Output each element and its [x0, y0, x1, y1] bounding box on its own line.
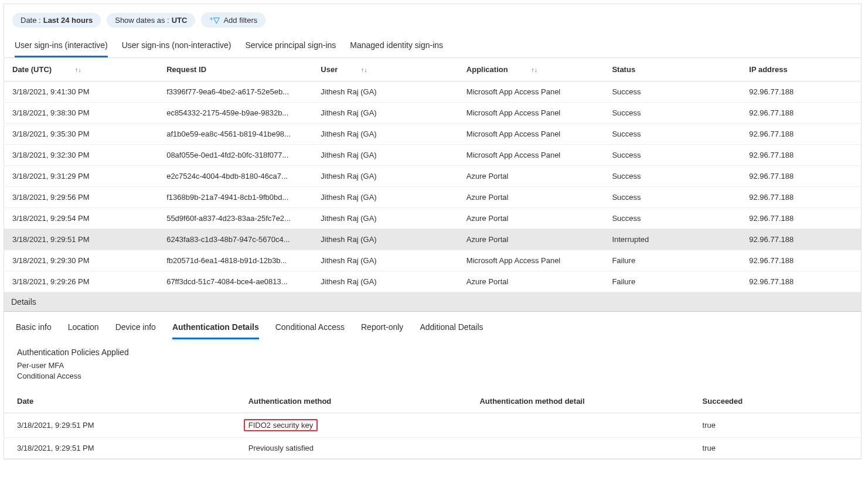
auth-col-method: Authentication method — [236, 390, 467, 413]
details-header: Details — [4, 292, 861, 312]
cell-date: 3/18/2021, 9:29:54 PM — [4, 208, 158, 229]
cell-req: ec854332-2175-459e-b9ae-9832b... — [158, 103, 312, 124]
add-filters-pill[interactable]: ⁺▽ Add filters — [201, 12, 265, 28]
cell-date: 3/18/2021, 9:29:51 PM — [4, 229, 158, 250]
cell-app: Microsoft App Access Panel — [458, 250, 604, 271]
add-filters-label: Add filters — [223, 16, 257, 25]
auth-row[interactable]: 3/18/2021, 9:29:51 PMPreviously satisfie… — [4, 438, 861, 459]
filter-showas-pill[interactable]: Show dates as : UTC — [107, 13, 195, 28]
cell-req: fb20571d-6ea1-4818-b91d-12b3b... — [158, 250, 312, 271]
details-tab-conditional-access[interactable]: Conditional Access — [275, 322, 345, 339]
table-row[interactable]: 3/18/2021, 9:41:30 PMf3396f77-9ea6-4be2-… — [4, 81, 861, 103]
cell-status: Success — [604, 124, 741, 145]
cell-req: e2c7524c-4004-4bdb-8180-46ca7... — [158, 166, 312, 187]
details-tabs: Basic infoLocationDevice infoAuthenticat… — [4, 312, 861, 339]
auth-row[interactable]: 3/18/2021, 9:29:51 PMFIDO2 security keyt… — [4, 413, 861, 438]
cell-req: 67ff3dcd-51c7-4084-bce4-ae0813... — [158, 271, 312, 292]
cell-user: Jithesh Raj (GA) — [312, 124, 458, 145]
highlight-box: FIDO2 security key — [244, 419, 318, 431]
filter-bar: Date : Last 24 hours Show dates as : UTC… — [4, 4, 861, 33]
auth-cell-method: Previously satisfied — [236, 438, 467, 459]
auth-cell-date: 3/18/2021, 9:29:51 PM — [4, 438, 236, 459]
auth-col-detail: Authentication method detail — [466, 390, 689, 413]
table-row[interactable]: 3/18/2021, 9:29:51 PM6243fa83-c1d3-48b7-… — [4, 229, 861, 250]
col-user[interactable]: User ↑↓ — [312, 58, 458, 81]
policies-block: Authentication Policies Applied Per-user… — [4, 339, 861, 384]
cell-ip: 92.96.77.188 — [741, 208, 861, 229]
cell-ip: 92.96.77.188 — [741, 81, 861, 103]
cell-date: 3/18/2021, 9:31:29 PM — [4, 166, 158, 187]
details-tab-device-info[interactable]: Device info — [115, 322, 156, 339]
tab-user-sign-ins-interactive-[interactable]: User sign-ins (interactive) — [15, 37, 108, 57]
cell-req: 55d9f60f-a837-4d23-83aa-25fc7e2... — [158, 208, 312, 229]
cell-ip: 92.96.77.188 — [741, 166, 861, 187]
col-ip[interactable]: IP address — [741, 58, 861, 81]
cell-status: Success — [604, 166, 741, 187]
filter-date-pill[interactable]: Date : Last 24 hours — [12, 13, 101, 28]
details-tab-report-only[interactable]: Report-only — [361, 322, 403, 339]
cell-req: f1368b9b-21a7-4941-8cb1-9fb0bd... — [158, 187, 312, 208]
cell-req: f3396f77-9ea6-4be2-a617-52e5eb... — [158, 81, 312, 103]
cell-app: Microsoft App Access Panel — [458, 145, 604, 166]
cell-date: 3/18/2021, 9:41:30 PM — [4, 81, 158, 103]
cell-ip: 92.96.77.188 — [741, 187, 861, 208]
cell-status: Success — [604, 208, 741, 229]
col-application[interactable]: Application ↑↓ — [458, 58, 604, 81]
cell-date: 3/18/2021, 9:32:30 PM — [4, 145, 158, 166]
auth-details-table: Date Authentication method Authenticatio… — [4, 390, 861, 459]
details-tab-authentication-details[interactable]: Authentication Details — [172, 322, 259, 339]
cell-date: 3/18/2021, 9:29:26 PM — [4, 271, 158, 292]
col-request-id[interactable]: Request ID — [158, 58, 312, 81]
cell-date: 3/18/2021, 9:38:30 PM — [4, 103, 158, 124]
auth-cell-detail — [466, 413, 689, 438]
cell-ip: 92.96.77.188 — [741, 250, 861, 271]
sort-icon[interactable]: ↑↓ — [531, 66, 537, 73]
policies-title: Authentication Policies Applied — [17, 348, 848, 357]
cell-status: Failure — [604, 250, 741, 271]
filter-showas-label: Show dates as : — [115, 16, 169, 25]
policy-line: Per-user MFA — [17, 360, 848, 371]
sort-icon[interactable]: ↑↓ — [75, 66, 81, 73]
cell-app: Azure Portal — [458, 187, 604, 208]
cell-date: 3/18/2021, 9:29:56 PM — [4, 187, 158, 208]
cell-req: 6243fa83-c1d3-48b7-947c-5670c4... — [158, 229, 312, 250]
table-row[interactable]: 3/18/2021, 9:29:26 PM67ff3dcd-51c7-4084-… — [4, 271, 861, 292]
cell-user: Jithesh Raj (GA) — [312, 250, 458, 271]
cell-status: Interrupted — [604, 229, 741, 250]
table-row[interactable]: 3/18/2021, 9:32:30 PM08af055e-0ed1-4fd2-… — [4, 145, 861, 166]
cell-app: Microsoft App Access Panel — [458, 81, 604, 103]
table-row[interactable]: 3/18/2021, 9:29:30 PMfb20571d-6ea1-4818-… — [4, 250, 861, 271]
details-tab-basic-info[interactable]: Basic info — [16, 322, 52, 339]
cell-status: Failure — [604, 271, 741, 292]
col-status[interactable]: Status — [604, 58, 741, 81]
cell-user: Jithesh Raj (GA) — [312, 229, 458, 250]
cell-req: 08af055e-0ed1-4fd2-b0fc-318f077... — [158, 145, 312, 166]
cell-ip: 92.96.77.188 — [741, 229, 861, 250]
cell-user: Jithesh Raj (GA) — [312, 166, 458, 187]
details-tab-location[interactable]: Location — [68, 322, 99, 339]
cell-app: Azure Portal — [458, 229, 604, 250]
table-row[interactable]: 3/18/2021, 9:31:29 PMe2c7524c-4004-4bdb-… — [4, 166, 861, 187]
details-tab-additional-details[interactable]: Additional Details — [420, 322, 483, 339]
col-date[interactable]: Date (UTC) ↑↓ — [4, 58, 158, 81]
cell-req: af1b0e59-ea8c-4561-b819-41be98... — [158, 124, 312, 145]
tab-service-principal-sign-ins[interactable]: Service principal sign-ins — [245, 37, 336, 57]
auth-cell-detail — [466, 438, 689, 459]
cell-app: Azure Portal — [458, 166, 604, 187]
tab-managed-identity-sign-ins[interactable]: Managed identity sign-ins — [350, 37, 443, 57]
tab-user-sign-ins-non-interactive-[interactable]: User sign-ins (non-interactive) — [122, 37, 231, 57]
cell-status: Success — [604, 103, 741, 124]
main-tabs: User sign-ins (interactive)User sign-ins… — [4, 33, 861, 58]
auth-cell-method: FIDO2 security key — [236, 413, 467, 438]
sort-icon[interactable]: ↑↓ — [361, 66, 367, 73]
table-row[interactable]: 3/18/2021, 9:29:54 PM55d9f60f-a837-4d23-… — [4, 208, 861, 229]
table-row[interactable]: 3/18/2021, 9:38:30 PMec854332-2175-459e-… — [4, 103, 861, 124]
add-filter-icon: ⁺▽ — [209, 15, 220, 25]
table-row[interactable]: 3/18/2021, 9:29:56 PMf1368b9b-21a7-4941-… — [4, 187, 861, 208]
auth-col-succeeded: Succeeded — [690, 390, 861, 413]
cell-date: 3/18/2021, 9:29:30 PM — [4, 250, 158, 271]
cell-app: Azure Portal — [458, 208, 604, 229]
cell-ip: 92.96.77.188 — [741, 271, 861, 292]
table-row[interactable]: 3/18/2021, 9:35:30 PMaf1b0e59-ea8c-4561-… — [4, 124, 861, 145]
cell-app: Microsoft App Access Panel — [458, 103, 604, 124]
